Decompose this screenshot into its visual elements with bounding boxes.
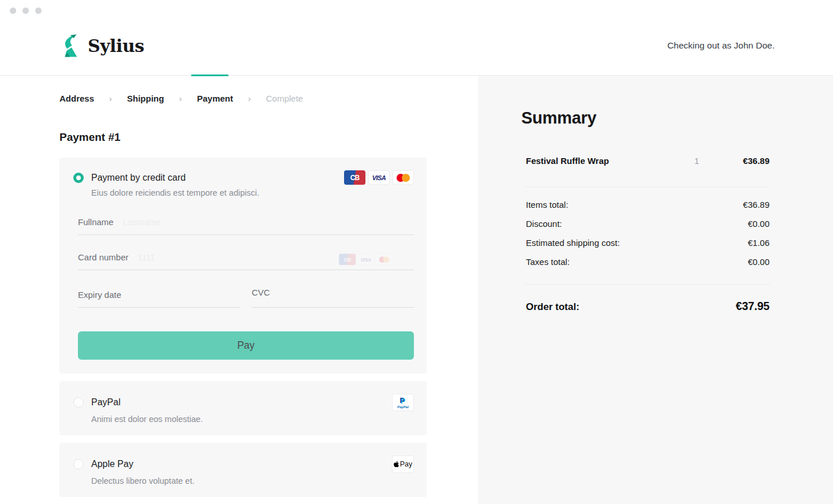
- window-close-button[interactable]: [10, 8, 16, 14]
- credit-card-radio[interactable]: [73, 173, 84, 183]
- breadcrumb: Address › Shipping › Payment › Complete: [59, 94, 478, 103]
- mastercard-icon: [393, 170, 414, 185]
- payment-method-apple-pay[interactable]: Apple Pay Pay Delectus libero voluptate …: [59, 443, 427, 497]
- apple-pay-wordmark: Pay: [400, 460, 413, 468]
- discount-value: €0.00: [748, 219, 770, 229]
- paypal-icon: P PayPal: [392, 394, 414, 411]
- brand-logo[interactable]: Sylius: [59, 33, 144, 58]
- summary-title: Summary: [521, 109, 770, 128]
- credit-card-method-description: Eius dolore reiciendis est tempore et ad…: [91, 188, 414, 197]
- cvc-label: CVC: [252, 288, 270, 297]
- pay-button[interactable]: Pay: [78, 331, 414, 360]
- fullname-ghost-placeholder: Lastname: [123, 217, 161, 227]
- fullname-label: Fullname: [78, 217, 114, 227]
- order-total-value: €37.95: [736, 300, 770, 313]
- window-zoom-button[interactable]: [35, 8, 42, 14]
- items-total-row: Items total: €36.89: [526, 200, 770, 210]
- taxes-total-value: €0.00: [748, 257, 770, 267]
- item-quantity: 1: [676, 156, 699, 166]
- cvc-field[interactable]: CVC: [252, 288, 414, 308]
- shipping-cost-row: Estimated shipping cost: €1.06: [526, 238, 770, 248]
- paypal-p-glyph: P: [401, 398, 405, 405]
- visa-icon: VISA: [368, 170, 390, 185]
- apple-pay-radio[interactable]: [73, 459, 84, 469]
- shipping-cost-label: Estimated shipping cost:: [526, 238, 620, 248]
- payment-method-credit-card[interactable]: Payment by credit card CB VISA Eius dolo…: [59, 158, 427, 374]
- expiry-date-label: Expiry date: [78, 290, 121, 300]
- discount-label: Discount:: [526, 219, 562, 229]
- item-price: €36.89: [699, 156, 770, 166]
- item-name: Festival Ruffle Wrap: [526, 156, 676, 166]
- active-step-marker: [191, 74, 229, 76]
- apple-pay-method-description: Delectus libero voluptate et.: [91, 476, 414, 486]
- shipping-cost-value: €1.06: [748, 238, 770, 248]
- carte-bancaire-icon: CB: [339, 254, 356, 266]
- chevron-right-icon: ›: [109, 94, 112, 103]
- paypal-radio[interactable]: [73, 397, 84, 408]
- discount-row: Discount: €0.00: [526, 219, 770, 229]
- accepted-card-brands: CB VISA: [344, 170, 414, 185]
- order-total-row: Order total: €37.95: [526, 300, 770, 313]
- card-brand-hint-icons: CB VISA: [339, 254, 393, 266]
- card-number-ghost-placeholder: 1111: [138, 252, 155, 262]
- expiry-date-field[interactable]: Expiry date: [78, 290, 240, 308]
- order-total-label: Order total:: [526, 301, 580, 313]
- visa-icon: VISA: [357, 254, 374, 266]
- breadcrumb-shipping[interactable]: Shipping: [127, 94, 164, 103]
- paypal-method-description: Animi est dolor eos molestiae.: [91, 415, 414, 424]
- header: Sylius Checking out as John Doe.: [0, 0, 833, 76]
- items-total-value: €36.89: [743, 200, 770, 210]
- sylius-swan-icon: [59, 33, 81, 58]
- apple-logo-icon: [394, 461, 399, 468]
- checkout-status-text: Checking out as John Doe.: [667, 40, 775, 51]
- summary-totals: Items total: €36.89 Discount: €0.00 Esti…: [526, 200, 770, 267]
- carte-bancaire-icon: CB: [344, 170, 365, 185]
- card-number-label: Card number: [78, 252, 129, 262]
- items-total-label: Items total:: [526, 200, 568, 210]
- chevron-right-icon: ›: [179, 94, 182, 103]
- taxes-total-row: Taxes total: €0.00: [526, 257, 770, 267]
- apple-pay-icon: Pay: [392, 456, 414, 473]
- paypal-method-label: PayPal: [91, 397, 121, 408]
- summary-divider: [526, 284, 770, 285]
- apple-pay-method-label: Apple Pay: [91, 459, 133, 469]
- checkout-main: Address › Shipping › Payment › Complete …: [0, 76, 478, 504]
- taxes-total-label: Taxes total:: [526, 257, 570, 267]
- breadcrumb-complete: Complete: [266, 94, 303, 103]
- summary-item-row: Festival Ruffle Wrap 1 €36.89: [526, 156, 770, 187]
- order-summary-panel: Summary Festival Ruffle Wrap 1 €36.89 It…: [478, 76, 833, 504]
- window-controls: [10, 8, 42, 14]
- fullname-field[interactable]: FullnameLastname: [78, 217, 414, 235]
- credit-card-form: FullnameLastname Card number1111 CB VISA…: [78, 217, 414, 360]
- window-minimize-button[interactable]: [23, 8, 29, 14]
- brand-name: Sylius: [88, 36, 144, 56]
- page-title: Payment #1: [59, 131, 478, 144]
- card-number-field[interactable]: Card number1111 CB VISA: [78, 252, 414, 270]
- mastercard-icon: [376, 254, 393, 266]
- paypal-wordmark: PayPal: [397, 405, 409, 409]
- breadcrumb-payment[interactable]: Payment: [197, 94, 233, 103]
- chevron-right-icon: ›: [248, 94, 251, 103]
- breadcrumb-address[interactable]: Address: [59, 94, 94, 103]
- payment-method-paypal[interactable]: PayPal P PayPal Animi est dolor eos mole…: [59, 381, 427, 435]
- credit-card-method-label: Payment by credit card: [91, 173, 186, 183]
